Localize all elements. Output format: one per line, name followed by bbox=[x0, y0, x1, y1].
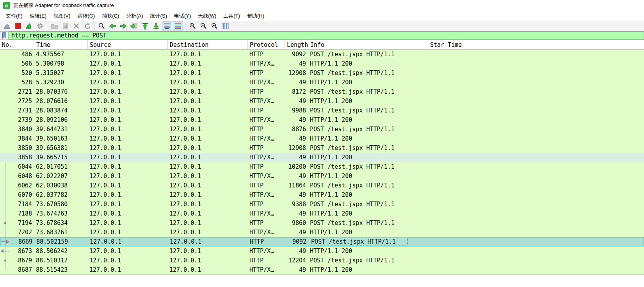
cell-length: 12908 bbox=[285, 143, 308, 153]
packet-row[interactable]: 528 5.329230 127.0.0.1 127.0.0.1 HTTP/X…… bbox=[0, 78, 644, 87]
menu-item-v[interactable]: 视图(V) bbox=[50, 11, 74, 21]
cell-star-time bbox=[428, 190, 644, 200]
title-bar: 正在捕获 Adapter for loopback traffic captur… bbox=[0, 0, 644, 11]
packet-row[interactable]: 7184 73.670580 127.0.0.1 127.0.0.1 HTTP … bbox=[0, 200, 644, 209]
packet-row[interactable]: 486 4.975567 127.0.0.1 127.0.0.1 HTTP 90… bbox=[0, 50, 644, 59]
cell-protocol: HTTP/X… bbox=[248, 115, 285, 125]
auto-scroll-icon[interactable] bbox=[162, 21, 172, 30]
open-file-icon[interactable] bbox=[49, 21, 59, 30]
column-header-star-time[interactable]: Star Time bbox=[428, 40, 644, 49]
start-capture-icon[interactable] bbox=[2, 21, 12, 30]
cell-protocol: HTTP bbox=[248, 237, 285, 246]
cell-destination: 127.0.0.1 bbox=[168, 125, 248, 134]
cell-star-time bbox=[429, 237, 644, 246]
cell-time: 62.022207 bbox=[34, 171, 88, 181]
column-header-protocol[interactable]: Protocol bbox=[248, 40, 285, 49]
cell-source: 127.0.0.1 bbox=[88, 87, 168, 96]
packet-row[interactable]: 8673 88.506242 127.0.0.1 127.0.0.1 HTTP/… bbox=[0, 246, 644, 256]
column-header-length[interactable]: Length bbox=[285, 40, 308, 49]
packet-row[interactable]: 2739 28.092106 127.0.0.1 127.0.0.1 HTTP/… bbox=[0, 115, 644, 125]
capture-options-icon[interactable] bbox=[35, 21, 45, 30]
cell-no: 7194 bbox=[0, 218, 34, 228]
packet-row[interactable]: 520 5.315027 127.0.0.1 127.0.0.1 HTTP 12… bbox=[0, 68, 644, 78]
cell-star-time bbox=[428, 96, 644, 106]
cell-star-time bbox=[428, 246, 644, 256]
column-header-time[interactable]: Time bbox=[34, 40, 88, 49]
packet-row[interactable]: 7188 73.674763 127.0.0.1 127.0.0.1 HTTP/… bbox=[0, 209, 644, 218]
zoom-reset-icon[interactable] bbox=[209, 21, 219, 30]
go-top-icon[interactable] bbox=[140, 21, 150, 30]
packet-row[interactable]: 7194 73.678634 127.0.0.1 127.0.0.1 HTTP … bbox=[0, 218, 644, 228]
menu-item-f[interactable]: 文件(F) bbox=[2, 11, 26, 21]
menu-item-a[interactable]: 分析(A) bbox=[123, 11, 146, 21]
display-filter-input[interactable]: http.request.method == POST bbox=[9, 31, 644, 40]
cell-time: 73.670580 bbox=[34, 200, 88, 209]
menu-item-g[interactable]: 跳转(G) bbox=[74, 11, 98, 21]
menu-item-y[interactable]: 电话(Y) bbox=[171, 11, 194, 21]
packet-row[interactable]: 2725 28.076616 127.0.0.1 127.0.0.1 HTTP/… bbox=[0, 96, 644, 106]
packet-row[interactable]: 506 5.300798 127.0.0.1 127.0.0.1 HTTP/X…… bbox=[0, 59, 644, 68]
cell-no: 6062 bbox=[0, 181, 34, 190]
packet-row[interactable]: 6044 62.017051 127.0.0.1 127.0.0.1 HTTP … bbox=[0, 162, 644, 171]
packet-row[interactable]: 3844 39.650163 127.0.0.1 127.0.0.1 HTTP/… bbox=[0, 134, 644, 143]
stop-capture-icon[interactable] bbox=[13, 21, 23, 30]
reload-file-icon[interactable] bbox=[82, 21, 92, 30]
menu-item-w[interactable]: 无线(W) bbox=[194, 11, 220, 21]
cell-source: 127.0.0.1 bbox=[88, 134, 168, 143]
toolbar-separator bbox=[47, 22, 47, 30]
column-header-info[interactable]: Info bbox=[308, 40, 428, 49]
cell-protocol: HTTP bbox=[248, 68, 285, 78]
restart-capture-icon[interactable] bbox=[24, 21, 34, 30]
go-to-packet-icon[interactable] bbox=[129, 21, 139, 30]
menu-item-e[interactable]: 编辑(E) bbox=[26, 11, 50, 21]
cell-no: 7188 bbox=[0, 209, 34, 218]
cell-star-time bbox=[428, 78, 644, 87]
cell-star-time bbox=[428, 153, 644, 162]
packet-row[interactable]: 6048 62.022207 127.0.0.1 127.0.0.1 HTTP/… bbox=[0, 171, 644, 181]
go-bottom-icon[interactable] bbox=[151, 21, 161, 30]
window-title: 正在捕获 Adapter for loopback traffic captur… bbox=[13, 2, 114, 9]
packet-row[interactable]: 6062 62.030038 127.0.0.1 127.0.0.1 HTTP … bbox=[0, 181, 644, 190]
cell-time: 28.083874 bbox=[34, 106, 88, 115]
packet-row[interactable]: 8669 88.502159 127.0.0.1 127.0.0.1 HTTP … bbox=[0, 237, 644, 246]
empty-area bbox=[0, 275, 644, 287]
column-header-no[interactable]: No. bbox=[0, 40, 34, 49]
cell-destination: 127.0.0.1 bbox=[168, 106, 248, 115]
cell-info: HTTP/1.1 200 bbox=[308, 153, 428, 162]
column-header-source[interactable]: Source bbox=[88, 40, 168, 49]
cell-info: POST /test.jspx HTTP/1.1 bbox=[308, 68, 428, 78]
go-back-icon[interactable] bbox=[107, 21, 117, 30]
menu-item-t[interactable]: 工具(T) bbox=[220, 11, 244, 21]
menu-item-s[interactable]: 统计(S) bbox=[147, 11, 171, 21]
cell-protocol: HTTP bbox=[248, 87, 285, 96]
save-file-icon[interactable] bbox=[60, 21, 70, 30]
cell-source: 127.0.0.1 bbox=[88, 143, 168, 153]
filter-bookmark-button[interactable] bbox=[0, 31, 9, 40]
menu-item-c[interactable]: 捕获(C) bbox=[98, 11, 123, 21]
close-file-icon[interactable] bbox=[71, 21, 81, 30]
resize-columns-icon[interactable] bbox=[220, 21, 230, 30]
cell-time: 88.502159 bbox=[35, 237, 88, 246]
cell-info: HTTP/1.1 200 bbox=[308, 96, 428, 106]
cell-protocol: HTTP/X… bbox=[248, 153, 285, 162]
packet-list: 486 4.975567 127.0.0.1 127.0.0.1 HTTP 90… bbox=[0, 50, 644, 275]
cell-no: 8679 bbox=[0, 256, 34, 265]
packet-row[interactable]: 7202 73.683761 127.0.0.1 127.0.0.1 HTTP/… bbox=[0, 228, 644, 237]
column-header-destination[interactable]: Destination bbox=[168, 40, 248, 49]
go-forward-icon[interactable] bbox=[118, 21, 128, 30]
zoom-out-icon[interactable] bbox=[198, 21, 208, 30]
packet-row[interactable]: 3850 39.656381 127.0.0.1 127.0.0.1 HTTP … bbox=[0, 143, 644, 153]
menu-item-h[interactable]: 帮助(H) bbox=[244, 11, 268, 21]
packet-row[interactable]: 3858 39.665715 127.0.0.1 127.0.0.1 HTTP/… bbox=[0, 153, 644, 162]
cell-info: HTTP/1.1 200 bbox=[308, 228, 428, 237]
packet-row[interactable]: 6070 62.037782 127.0.0.1 127.0.0.1 HTTP/… bbox=[0, 190, 644, 200]
packet-row[interactable]: 8679 88.510317 127.0.0.1 127.0.0.1 HTTP … bbox=[0, 256, 644, 265]
packet-row[interactable]: 2721 28.070376 127.0.0.1 127.0.0.1 HTTP … bbox=[0, 87, 644, 96]
cell-time: 62.030038 bbox=[34, 181, 88, 190]
packet-row[interactable]: 8687 88.515423 127.0.0.1 127.0.0.1 HTTP/… bbox=[0, 265, 644, 275]
colorize-icon[interactable] bbox=[173, 21, 183, 30]
zoom-in-icon[interactable] bbox=[187, 21, 197, 30]
packet-row[interactable]: 3840 39.644731 127.0.0.1 127.0.0.1 HTTP … bbox=[0, 125, 644, 134]
find-packet-icon[interactable] bbox=[96, 21, 107, 30]
packet-row[interactable]: 2731 28.083874 127.0.0.1 127.0.0.1 HTTP … bbox=[0, 106, 644, 115]
